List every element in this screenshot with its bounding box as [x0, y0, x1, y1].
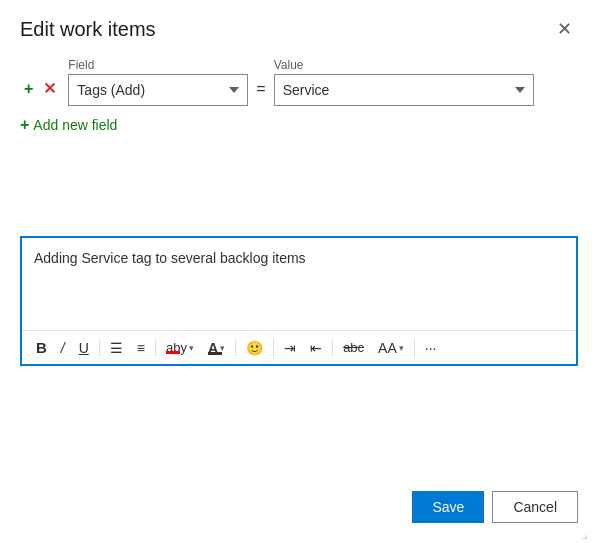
- more-button[interactable]: ···: [419, 336, 443, 360]
- add-icon: +: [20, 116, 29, 134]
- italic-button[interactable]: /: [55, 336, 71, 360]
- bold-button[interactable]: B: [30, 335, 53, 360]
- font-size-label: AA: [378, 340, 397, 356]
- resize-handle[interactable]: ⌟: [582, 527, 594, 539]
- toolbar-separator-4: [273, 339, 274, 357]
- formatting-toolbar: B / U ☰ ≡ aby: [22, 330, 576, 364]
- add-field-label: Add new field: [33, 117, 117, 133]
- toolbar-separator-1: [99, 339, 100, 357]
- indent-left-icon: ⇤: [310, 340, 322, 356]
- align-icon: ☰: [110, 340, 123, 356]
- dialog-body: + ✕ Field Tags (Add) Tags (Remove) Prior…: [0, 50, 598, 479]
- emoji-button[interactable]: 🙂: [240, 336, 269, 360]
- toolbar-separator-3: [235, 339, 236, 357]
- font-color-button[interactable]: A ▾: [202, 336, 231, 360]
- list-button[interactable]: ≡: [131, 336, 151, 360]
- underline-button[interactable]: U: [73, 336, 95, 360]
- align-button[interactable]: ☰: [104, 336, 129, 360]
- toolbar-separator-6: [414, 339, 415, 357]
- list-icon: ≡: [137, 340, 145, 356]
- dialog-header: Edit work items ✕: [0, 0, 598, 50]
- value-col: Value Service Backend Frontend Infrastru…: [274, 58, 534, 106]
- highlight-color-bar: [166, 351, 180, 354]
- add-field-row-button[interactable]: +: [20, 79, 37, 99]
- value-select[interactable]: Service Backend Frontend Infrastructure …: [274, 74, 534, 106]
- highlight-icon-wrap: aby: [166, 340, 187, 355]
- dialog-title: Edit work items: [20, 18, 156, 41]
- field-col: Field Tags (Add) Tags (Remove) Priority …: [68, 58, 248, 106]
- strikethrough-icon: abc: [343, 340, 364, 355]
- highlight-button[interactable]: aby ▾: [160, 336, 200, 359]
- field-label: Field: [68, 58, 248, 72]
- indent-right-button[interactable]: ⇥: [278, 336, 302, 360]
- text-area-container: Adding Service tag to several backlog it…: [20, 236, 578, 366]
- indent-right-icon: ⇥: [284, 340, 296, 356]
- add-new-field-button[interactable]: + Add new field: [20, 114, 578, 136]
- more-icon: ···: [425, 340, 437, 356]
- font-color-bar: [208, 352, 222, 355]
- emoji-icon: 🙂: [246, 340, 263, 356]
- toolbar-separator-2: [155, 339, 156, 357]
- font-size-chevron-icon: ▾: [399, 343, 404, 353]
- field-row: + ✕ Field Tags (Add) Tags (Remove) Prior…: [20, 58, 578, 106]
- dialog-footer: Save Cancel: [0, 479, 598, 543]
- value-label: Value: [274, 58, 534, 72]
- highlight-chevron-icon: ▾: [189, 343, 194, 353]
- edit-work-items-dialog: Edit work items ✕ + ✕ Field Tags (Add) T…: [0, 0, 598, 543]
- close-button[interactable]: ✕: [551, 16, 578, 42]
- font-size-button[interactable]: AA ▾: [372, 336, 410, 360]
- toolbar-separator-5: [332, 339, 333, 357]
- cancel-button[interactable]: Cancel: [492, 491, 578, 523]
- remove-field-row-button[interactable]: ✕: [39, 79, 60, 99]
- indent-left-button[interactable]: ⇤: [304, 336, 328, 360]
- field-select[interactable]: Tags (Add) Tags (Remove) Priority Status…: [68, 74, 248, 106]
- equals-sign: =: [256, 80, 265, 98]
- comment-textarea[interactable]: Adding Service tag to several backlog it…: [22, 238, 576, 330]
- field-row-actions: + ✕: [20, 79, 60, 99]
- save-button[interactable]: Save: [412, 491, 484, 523]
- font-color-icon-wrap: A: [208, 340, 218, 356]
- strikethrough-button[interactable]: abc: [337, 336, 370, 359]
